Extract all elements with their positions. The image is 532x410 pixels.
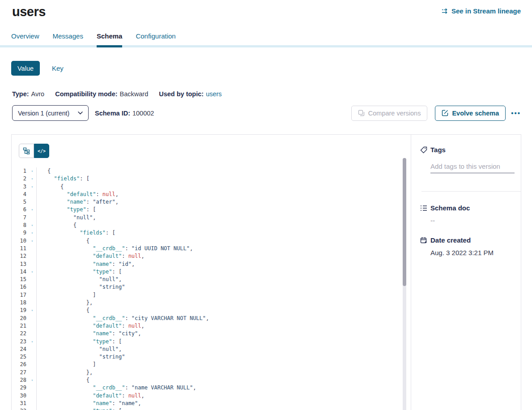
code-text: "fields": [ — [36, 229, 411, 237]
schema-id-label: Schema ID: — [95, 110, 130, 117]
code-line-12: 12 "default": null, — [12, 252, 411, 260]
line-number: 5 — [12, 198, 28, 206]
fold-spacer — [28, 400, 36, 407]
fold-toggle-icon[interactable]: ▾ — [28, 229, 36, 237]
version-row: Version 1 (current) Schema ID: 100002 Co… — [12, 105, 521, 121]
tab-overview[interactable]: Overview — [11, 32, 39, 45]
code-line-17: 17 ] — [12, 291, 411, 299]
line-number: 28 — [12, 376, 28, 384]
meta-value-link[interactable]: users — [206, 90, 221, 98]
fold-toggle-icon[interactable]: ▾ — [28, 268, 36, 276]
code-text: "type": [ — [36, 268, 411, 276]
line-number: 11 — [12, 245, 28, 252]
code-line-7: 7 "null", — [12, 214, 411, 222]
line-number: 8 — [12, 222, 28, 229]
schema-page: users See in Stream lineage OverviewMess… — [0, 0, 532, 410]
line-number: 30 — [12, 392, 28, 400]
tag-icon — [420, 146, 427, 154]
fold-toggle-icon[interactable]: ▾ — [28, 407, 36, 410]
fold-spacer — [28, 299, 36, 307]
chevron-down-icon — [78, 111, 83, 115]
fold-toggle-icon[interactable]: ▾ — [28, 338, 36, 346]
code-text: "string" — [36, 353, 411, 361]
stream-lineage-link[interactable]: See in Stream lineage — [441, 7, 521, 15]
code-line-26: 26 ] — [12, 361, 411, 368]
code-text: { — [36, 183, 411, 191]
tags-heading: Tags — [430, 146, 446, 154]
details-sidebar: Tags Schema doc -- — [411, 135, 521, 410]
code-line-25: 25 "string" — [12, 353, 411, 361]
tab-configuration[interactable]: Configuration — [136, 32, 175, 45]
fold-toggle-icon[interactable]: ▾ — [28, 206, 36, 214]
code-line-23: 23▾ "type": [ — [12, 338, 411, 346]
add-tags-input[interactable] — [430, 162, 515, 173]
fold-toggle-icon[interactable]: ▾ — [28, 183, 36, 191]
more-options-button[interactable]: ••• — [511, 109, 521, 117]
fold-toggle-icon[interactable]: ▾ — [28, 222, 36, 229]
fold-toggle-icon[interactable]: ▾ — [28, 307, 36, 314]
fold-spacer — [28, 276, 36, 283]
code-viewer: </> 1▾{2▾ "fields": [3▾ {4 "default": nu… — [12, 135, 411, 410]
key-toggle-link[interactable]: Key — [52, 64, 64, 72]
line-number: 23 — [12, 338, 28, 346]
line-number: 32 — [12, 407, 28, 410]
code-line-9: 9▾ "fields": [ — [12, 229, 411, 237]
code-line-8: 8▾ { — [12, 222, 411, 229]
evolve-schema-label: Evolve schema — [452, 110, 499, 117]
fold-spacer — [28, 245, 36, 252]
schema-doc-heading: Schema doc — [430, 204, 470, 212]
line-number: 26 — [12, 361, 28, 368]
line-number: 25 — [12, 353, 28, 361]
code-text: { — [36, 376, 411, 384]
compare-versions-icon — [358, 110, 365, 116]
fold-spacer — [28, 369, 36, 376]
compare-versions-button[interactable]: Compare versions — [351, 106, 428, 121]
code-text: "default": null, — [36, 191, 411, 198]
fold-spacer — [28, 384, 36, 392]
code-line-20: 20 "__crdb__": "city VARCHAR NOT NULL", — [12, 315, 411, 322]
code-text: "default": null, — [36, 322, 411, 330]
tab-messages[interactable]: Messages — [53, 32, 83, 45]
code-scrollbar[interactable] — [403, 158, 406, 410]
calendar-plus-icon — [420, 237, 427, 244]
schema-doc-section: Schema doc -- — [420, 204, 521, 224]
version-select[interactable]: Version 1 (current) — [12, 105, 89, 121]
code-line-30: 30 "default": null, — [12, 392, 411, 400]
line-number: 4 — [12, 191, 28, 198]
line-number: 24 — [12, 346, 28, 353]
date-created-heading: Date created — [430, 236, 471, 244]
line-number: 15 — [12, 276, 28, 283]
line-number: 27 — [12, 369, 28, 376]
tab-underline-bar — [0, 45, 532, 47]
fold-toggle-icon[interactable]: ▾ — [28, 167, 36, 175]
schema-meta-row: Type:AvroCompatibility mode:BackwardUsed… — [12, 90, 532, 98]
code-scrollbar-thumb[interactable] — [403, 158, 406, 286]
schema-panel: </> 1▾{2▾ "fields": [3▾ {4 "default": nu… — [11, 134, 521, 410]
code-line-24: 24 "null", — [12, 346, 411, 353]
line-number: 6 — [12, 206, 28, 214]
fold-toggle-icon[interactable]: ▾ — [28, 376, 36, 384]
code-view-button[interactable]: </> — [34, 144, 49, 158]
tab-schema[interactable]: Schema — [97, 32, 123, 45]
code-line-11: 11 "__crdb__": "id UUID NOT NULL", — [12, 245, 411, 252]
code-text: "__crdb__": "name VARCHAR NULL", — [36, 384, 411, 392]
meta-label: Used by topic: — [159, 90, 204, 98]
code-line-27: 27 }, — [12, 369, 411, 376]
line-number: 9 — [12, 229, 28, 237]
schema-doc-value: -- — [430, 217, 521, 224]
code-text: ] — [36, 291, 411, 299]
fold-spacer — [28, 330, 36, 337]
code-text: }, — [36, 299, 411, 307]
code-line-31: 31 "name": "name", — [12, 400, 411, 407]
value-toggle-button[interactable]: Value — [11, 61, 40, 76]
code-line-5: 5 "name": "after", — [12, 198, 411, 206]
tree-view-button[interactable] — [19, 144, 34, 158]
code-content: 1▾{2▾ "fields": [3▾ {4 "default": null,5… — [12, 167, 411, 410]
fold-toggle-icon[interactable]: ▾ — [28, 175, 36, 183]
fold-spacer — [28, 353, 36, 361]
fold-toggle-icon[interactable]: ▾ — [28, 237, 36, 245]
code-text: "type": [ — [36, 338, 411, 346]
meta-item: Used by topic:users — [159, 90, 221, 98]
stream-lineage-label: See in Stream lineage — [451, 7, 521, 15]
evolve-schema-button[interactable]: Evolve schema — [435, 106, 506, 121]
